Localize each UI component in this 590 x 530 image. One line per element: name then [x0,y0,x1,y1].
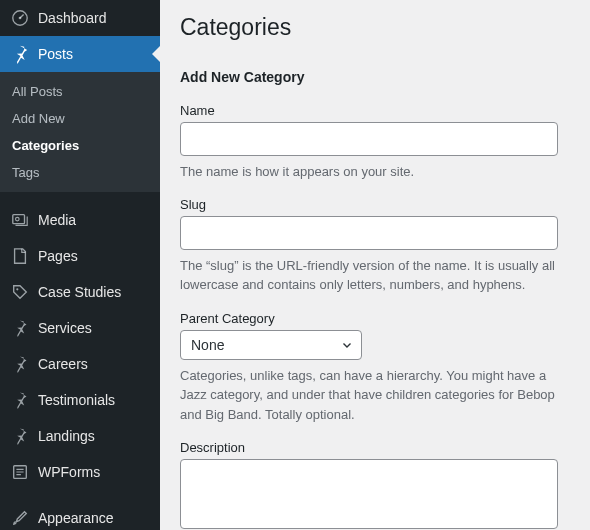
sidebar-item-label: Appearance [38,508,114,528]
slug-input[interactable] [180,216,558,250]
dashboard-icon [10,8,30,28]
brush-icon [10,508,30,528]
sidebar-item-label: Media [38,210,76,230]
sidebar-item-posts[interactable]: Posts [0,36,160,72]
name-desc: The name is how it appears on your site. [180,162,558,182]
parent-desc: Categories, unlike tags, can have a hier… [180,366,558,425]
admin-sidebar: Dashboard Posts All Posts Add New Catego… [0,0,160,530]
sidebar-item-testimonials[interactable]: Testimonials [0,382,160,418]
sidebar-item-label: Dashboard [38,8,107,28]
description-input[interactable] [180,459,558,529]
pushpin-icon [10,426,30,446]
sidebar-item-appearance[interactable]: Appearance [0,500,160,530]
field-name: Name The name is how it appears on your … [180,103,570,181]
submenu-tags[interactable]: Tags [0,159,160,186]
page-icon [10,246,30,266]
sidebar-item-label: Services [38,318,92,338]
pushpin-icon [10,318,30,338]
submenu-all-posts[interactable]: All Posts [0,78,160,105]
name-input[interactable] [180,122,558,156]
slug-desc: The “slug” is the URL-friendly version o… [180,256,558,295]
slug-label: Slug [180,197,570,212]
posts-submenu: All Posts Add New Categories Tags [0,72,160,192]
submenu-categories[interactable]: Categories [0,132,160,159]
sidebar-item-services[interactable]: Services [0,310,160,346]
sidebar-item-label: Posts [38,44,73,64]
sidebar-item-careers[interactable]: Careers [0,346,160,382]
sidebar-item-label: Careers [38,354,88,374]
sidebar-item-case-studies[interactable]: Case Studies [0,274,160,310]
sidebar-item-label: Pages [38,246,78,266]
field-description: Description [180,440,570,530]
pushpin-icon [10,354,30,374]
page-title: Categories [180,14,570,41]
sidebar-item-label: WPForms [38,462,100,482]
main-content: Categories Add New Category Name The nam… [160,0,590,530]
field-parent: Parent Category None Categories, unlike … [180,311,570,425]
sidebar-item-pages[interactable]: Pages [0,238,160,274]
svg-point-4 [16,288,18,290]
sidebar-item-dashboard[interactable]: Dashboard [0,0,160,36]
media-icon [10,210,30,230]
sidebar-item-label: Landings [38,426,95,446]
submenu-add-new[interactable]: Add New [0,105,160,132]
form-heading: Add New Category [180,69,570,85]
tag-icon [10,282,30,302]
svg-point-3 [16,217,20,221]
sidebar-item-wpforms[interactable]: WPForms [0,454,160,490]
name-label: Name [180,103,570,118]
pushpin-icon [10,44,30,64]
form-icon [10,462,30,482]
sidebar-item-label: Testimonials [38,390,115,410]
pushpin-icon [10,390,30,410]
svg-point-1 [19,17,22,20]
parent-label: Parent Category [180,311,570,326]
parent-select[interactable]: None [180,330,362,360]
sidebar-item-landings[interactable]: Landings [0,418,160,454]
field-slug: Slug The “slug” is the URL-friendly vers… [180,197,570,295]
description-label: Description [180,440,570,455]
sidebar-item-label: Case Studies [38,282,121,302]
sidebar-item-media[interactable]: Media [0,202,160,238]
